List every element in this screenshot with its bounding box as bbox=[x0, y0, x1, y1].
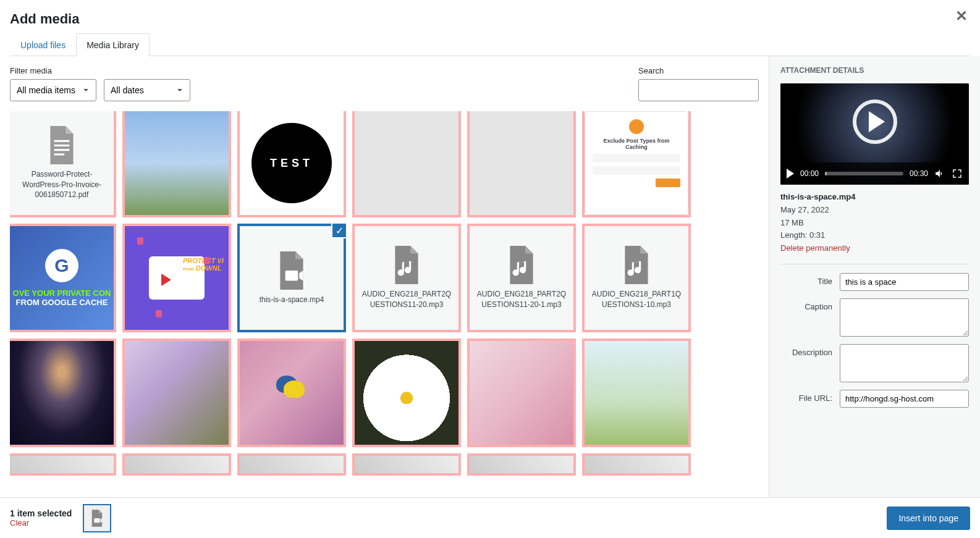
media-item-video-selected[interactable]: this-is-a-space.mp4 ✓ bbox=[240, 226, 344, 330]
search-group: Search bbox=[638, 66, 759, 101]
attachment-filename: this-is-a-space.mp4 bbox=[780, 191, 969, 204]
media-item-image[interactable] bbox=[585, 341, 688, 445]
attachment-meta: this-is-a-space.mp4 May 27, 2022 17 MB L… bbox=[780, 191, 969, 264]
current-time: 00:00 bbox=[800, 169, 819, 178]
media-grid-scroll[interactable]: Password-Protect-WordPress-Pro-Invoice-0… bbox=[10, 111, 759, 487]
media-item-audio[interactable]: AUDIO_ENG218_PART2QUESTIONS11-20.mp3 bbox=[355, 226, 458, 330]
search-input[interactable] bbox=[638, 79, 759, 101]
media-item-filename: this-is-a-space.mp4 bbox=[260, 295, 324, 305]
delete-permanently-link[interactable]: Delete permanently bbox=[780, 242, 969, 255]
media-item-image[interactable] bbox=[355, 341, 458, 445]
toolbar: Filter media All media items . All dates… bbox=[10, 66, 759, 101]
media-item-image[interactable] bbox=[470, 111, 573, 215]
media-item-image[interactable] bbox=[125, 111, 229, 215]
attachment-length: Length: 0:31 bbox=[780, 229, 969, 242]
svg-rect-4 bbox=[285, 271, 298, 281]
svg-rect-2 bbox=[54, 149, 70, 151]
media-item-audio[interactable]: AUDIO_ENG218_PART2QUESTIONS11-20-1.mp3 bbox=[470, 226, 573, 330]
media-item-image[interactable] bbox=[125, 456, 229, 473]
insert-into-page-button[interactable]: Insert into page bbox=[887, 506, 970, 530]
svg-rect-3 bbox=[54, 153, 65, 155]
media-item-image[interactable] bbox=[355, 456, 458, 473]
attachment-details-sidebar: ATTACHMENT DETAILS 00:00 00:30 this-is-a… bbox=[769, 56, 980, 497]
seek-bar[interactable] bbox=[825, 172, 903, 175]
media-item-image[interactable] bbox=[585, 456, 688, 473]
media-item-image[interactable] bbox=[125, 341, 229, 445]
svg-rect-1 bbox=[54, 145, 70, 146]
svg-rect-5 bbox=[95, 518, 100, 523]
media-item-image[interactable] bbox=[240, 456, 344, 473]
checkmark-icon: ✓ bbox=[331, 222, 347, 238]
attachment-date: May 27, 2022 bbox=[780, 204, 969, 217]
field-fileurl: File URL: bbox=[780, 390, 969, 408]
media-item-filename: Password-Protect-WordPress-Pro-Invoice-0… bbox=[16, 169, 108, 200]
filter-group: Filter media All media items . All dates bbox=[10, 66, 190, 101]
media-item-image[interactable]: TEST bbox=[240, 111, 344, 215]
description-label: Description bbox=[780, 344, 840, 357]
media-item-audio[interactable]: AUDIO_ENG218_PART1QUESTIONS1-10.mp3 bbox=[585, 226, 688, 330]
field-description: Description bbox=[780, 344, 969, 382]
media-item-image[interactable] bbox=[355, 111, 458, 215]
media-item-image[interactable] bbox=[10, 456, 114, 473]
document-icon bbox=[46, 126, 77, 164]
video-file-icon bbox=[90, 510, 104, 527]
modal-title: Add media bbox=[10, 11, 970, 27]
close-button[interactable]: ✕ bbox=[955, 7, 968, 25]
content: Filter media All media items . All dates… bbox=[0, 56, 980, 497]
fullscreen-icon[interactable] bbox=[952, 168, 963, 179]
media-item-filename: AUDIO_ENG218_PART1QUESTIONS1-10.mp3 bbox=[591, 289, 682, 310]
media-item-pdf[interactable]: Password-Protect-WordPress-Pro-Invoice-0… bbox=[10, 111, 114, 215]
video-controls: 00:00 00:30 bbox=[780, 162, 969, 185]
tabs: Upload files Media Library bbox=[10, 33, 970, 56]
video-preview[interactable]: 00:00 00:30 bbox=[780, 83, 969, 185]
media-item-image[interactable] bbox=[470, 341, 573, 445]
test-graphic: TEST bbox=[251, 123, 332, 203]
media-item-image[interactable] bbox=[240, 341, 344, 445]
caption-label: Caption bbox=[780, 298, 840, 311]
modal-footer: 1 item selected Clear Insert into page bbox=[0, 497, 980, 538]
duration: 00:30 bbox=[910, 169, 928, 178]
fileurl-input[interactable] bbox=[840, 390, 969, 408]
filter-type-select[interactable]: All media items bbox=[10, 79, 96, 101]
filter-label: Filter media bbox=[10, 66, 96, 75]
selected-count: 1 item selected bbox=[10, 508, 72, 518]
filter-date-select[interactable]: All dates bbox=[104, 79, 190, 101]
modal-header: Add media ✕ Upload files Media Library bbox=[0, 0, 980, 56]
media-item-image[interactable] bbox=[470, 456, 573, 473]
tab-upload-files[interactable]: Upload files bbox=[10, 33, 76, 56]
fileurl-label: File URL: bbox=[780, 390, 840, 403]
clear-selection-link[interactable]: Clear bbox=[10, 518, 72, 527]
sidebar-heading: ATTACHMENT DETAILS bbox=[780, 66, 969, 75]
media-item-filename: AUDIO_ENG218_PART2QUESTIONS11-20.mp3 bbox=[361, 289, 452, 310]
field-caption: Caption bbox=[780, 298, 969, 337]
title-input[interactable] bbox=[840, 273, 969, 291]
svg-rect-0 bbox=[54, 140, 70, 142]
volume-icon[interactable] bbox=[934, 168, 945, 179]
attachment-size: 17 MB bbox=[780, 217, 969, 230]
media-item-filename: AUDIO_ENG218_PART2QUESTIONS11-20-1.mp3 bbox=[476, 289, 567, 310]
media-grid: Password-Protect-WordPress-Pro-Invoice-0… bbox=[10, 111, 759, 485]
audio-file-icon bbox=[621, 246, 652, 284]
caption-input[interactable] bbox=[840, 298, 969, 337]
video-file-icon bbox=[276, 251, 307, 290]
main-panel: Filter media All media items . All dates… bbox=[0, 56, 769, 497]
play-button[interactable] bbox=[787, 169, 794, 179]
audio-file-icon bbox=[391, 246, 422, 284]
google-icon: G bbox=[45, 249, 78, 282]
media-item-image[interactable]: PROTECT VIfrom DOWNL bbox=[125, 226, 229, 330]
play-overlay-icon[interactable] bbox=[853, 99, 897, 144]
media-item-image[interactable]: Exclude Post Types from Caching bbox=[585, 111, 688, 215]
tab-media-library[interactable]: Media Library bbox=[76, 33, 150, 56]
title-label: Title bbox=[780, 273, 840, 286]
card-graphic: Exclude Post Types from Caching bbox=[585, 111, 688, 215]
search-label: Search bbox=[638, 66, 759, 75]
add-media-modal: Add media ✕ Upload files Media Library F… bbox=[0, 0, 980, 538]
field-title: Title bbox=[780, 273, 969, 291]
media-item-image[interactable] bbox=[10, 341, 114, 445]
footer-selection: 1 item selected Clear bbox=[10, 504, 111, 532]
description-input[interactable] bbox=[840, 344, 969, 382]
audio-file-icon bbox=[506, 246, 537, 284]
selected-thumbnail[interactable] bbox=[83, 504, 111, 532]
media-item-image[interactable]: G OVE YOUR PRIVATE CON FROM GOOGLE CACHE bbox=[10, 226, 114, 330]
